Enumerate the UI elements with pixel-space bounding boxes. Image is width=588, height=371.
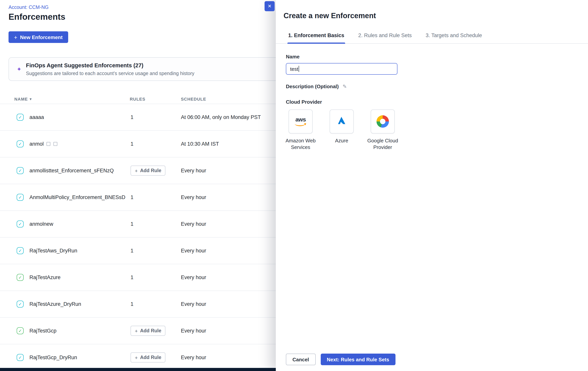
description-label: Description (Optional): [286, 84, 339, 89]
enforcement-name: anmollisttest_Enforcement_sFENzQ: [30, 168, 114, 173]
check-icon: ✓: [17, 247, 24, 254]
enforcement-name: anmol: [30, 141, 44, 147]
column-header-name-label: NAME: [14, 97, 28, 101]
breadcrumb-account-link[interactable]: Account: CCM-NG: [9, 5, 49, 10]
add-rule-button[interactable]: + Add Rule: [131, 326, 166, 336]
schedule-text: Every hour: [181, 248, 206, 254]
cloud-provider-label: Cloud Provider: [286, 99, 588, 105]
plus-icon: +: [135, 168, 138, 173]
aws-smile-arrow: [295, 123, 306, 127]
check-icon: ✓: [17, 221, 24, 228]
close-drawer-button[interactable]: ✕: [264, 1, 275, 11]
enforcement-name: RajTestAws_DryRun: [30, 248, 77, 254]
rules-count: 1: [131, 194, 133, 200]
name-label: Name: [286, 54, 588, 60]
add-rule-button[interactable]: + Add Rule: [131, 166, 166, 176]
cloud-provider-options: aws Amazon Web Services Azu: [280, 110, 588, 151]
name-input-value: test: [290, 66, 298, 72]
rules-count: 1: [131, 141, 133, 147]
cancel-button[interactable]: Cancel: [286, 354, 315, 365]
schedule-text: Every hour: [181, 274, 206, 280]
gcp-logo-icon: [377, 115, 389, 128]
enforcement-name: RajTestGcp_DryRun: [30, 355, 77, 360]
page-title: Enforcements: [9, 12, 65, 22]
check-icon: ✓: [17, 301, 24, 308]
check-icon: ✓: [17, 274, 24, 281]
aws-card[interactable]: aws: [289, 110, 313, 133]
schedule-text: Every hour: [181, 328, 206, 334]
aws-logo-icon: aws: [295, 116, 306, 127]
enforcement-name: RajTestGcp: [30, 328, 57, 334]
app-viewport: Account: CCM-NG Enforcements + New Enfor…: [0, 0, 588, 371]
check-icon: ✓: [17, 114, 24, 121]
rules-count: 1: [131, 114, 133, 120]
rules-count: 1: [131, 221, 133, 227]
provider-card-aws[interactable]: aws Amazon Web Services: [280, 110, 321, 151]
tab-rules-and-rule-sets[interactable]: 2. Rules and Rule Sets: [357, 30, 412, 43]
schedule-text: Every hour: [181, 221, 206, 227]
name-input[interactable]: test: [286, 63, 398, 75]
placeholder-icon: [53, 142, 57, 146]
schedule-text: At 06:00 AM, only on Monday PST: [181, 114, 261, 120]
provider-label-aws: Amazon Web Services: [280, 138, 321, 151]
description-row: Description (Optional) ✎: [286, 84, 588, 89]
column-header-rules: RULES: [130, 97, 146, 101]
new-enforcement-button[interactable]: + New Enforcement: [9, 31, 68, 43]
wizard-tabs: 1. Enforcement Basics 2. Rules and Rule …: [276, 30, 588, 44]
enforcement-basics-form: Name test Description (Optional) ✎ Cloud…: [276, 44, 588, 151]
sparkle-icon: ✦: [17, 66, 21, 73]
tab-targets-and-schedule[interactable]: 3. Targets and Schedule: [425, 30, 483, 43]
check-icon: ✓: [17, 327, 24, 334]
check-icon: ✓: [17, 194, 24, 201]
text-caret: [299, 66, 299, 72]
enforcement-name: RajTestAzure_DryRun: [30, 301, 81, 307]
schedule-text: At 10:30 AM IST: [181, 141, 219, 147]
column-header-name[interactable]: NAME ▾: [14, 97, 32, 101]
schedule-text: Every hour: [181, 194, 206, 200]
drawer-footer: Cancel Next: Rules and Rule Sets: [286, 354, 396, 365]
check-icon: ✓: [17, 354, 24, 361]
banner-title: FinOps Agent Suggested Enforcements (27): [26, 62, 143, 69]
check-icon: ✓: [17, 167, 24, 174]
plus-icon: +: [135, 328, 138, 334]
tab-enforcement-basics[interactable]: 1. Enforcement Basics: [287, 30, 345, 43]
provider-label-azure: Azure: [335, 138, 348, 144]
azure-card[interactable]: [330, 110, 354, 133]
provider-label-gcp: Google Cloud Provider: [362, 138, 403, 151]
add-rule-label: Add Rule: [140, 328, 161, 333]
add-rule-label: Add Rule: [140, 168, 161, 173]
provider-card-azure[interactable]: Azure: [321, 110, 362, 151]
add-rule-label: Add Rule: [140, 355, 161, 360]
rules-count: 1: [131, 248, 133, 254]
enforcement-name: aaaaa: [30, 114, 44, 120]
azure-logo-icon: [336, 115, 347, 128]
create-enforcement-drawer: Create a new Enforcement 1. Enforcement …: [276, 0, 588, 371]
schedule-text: Every hour: [181, 301, 206, 307]
placeholder-badges: [46, 142, 57, 146]
rules-count: 1: [131, 274, 133, 280]
enforcement-name: RajTestAzure: [30, 274, 61, 280]
edit-pencil-icon[interactable]: ✎: [343, 84, 347, 89]
bottom-dark-strip: [0, 368, 276, 371]
next-rules-button[interactable]: Next: Rules and Rule Sets: [321, 354, 395, 365]
banner-subtitle: Suggestions are tailored to each account…: [26, 71, 194, 76]
enforcement-name: anmolnew: [30, 221, 53, 227]
add-rule-button[interactable]: + Add Rule: [131, 352, 166, 362]
schedule-text: Every hour: [181, 355, 206, 360]
enforcement-name: AnmolMultiPolicy_Enforcement_BNESsD: [30, 194, 125, 200]
new-enforcement-label: New Enforcement: [20, 34, 63, 40]
column-header-schedule: SCHEDULE: [181, 97, 206, 101]
schedule-text: Every hour: [181, 168, 206, 173]
sort-caret-icon: ▾: [30, 97, 32, 101]
rules-count: 1: [131, 301, 133, 307]
close-icon: ✕: [268, 3, 272, 9]
placeholder-icon: [46, 142, 50, 146]
provider-card-gcp[interactable]: Google Cloud Provider: [362, 110, 403, 151]
drawer-title: Create a new Enforcement: [284, 12, 588, 20]
check-icon: ✓: [17, 140, 24, 147]
gcp-card[interactable]: [371, 110, 395, 133]
plus-icon: +: [135, 355, 138, 360]
plus-icon: +: [14, 34, 17, 40]
